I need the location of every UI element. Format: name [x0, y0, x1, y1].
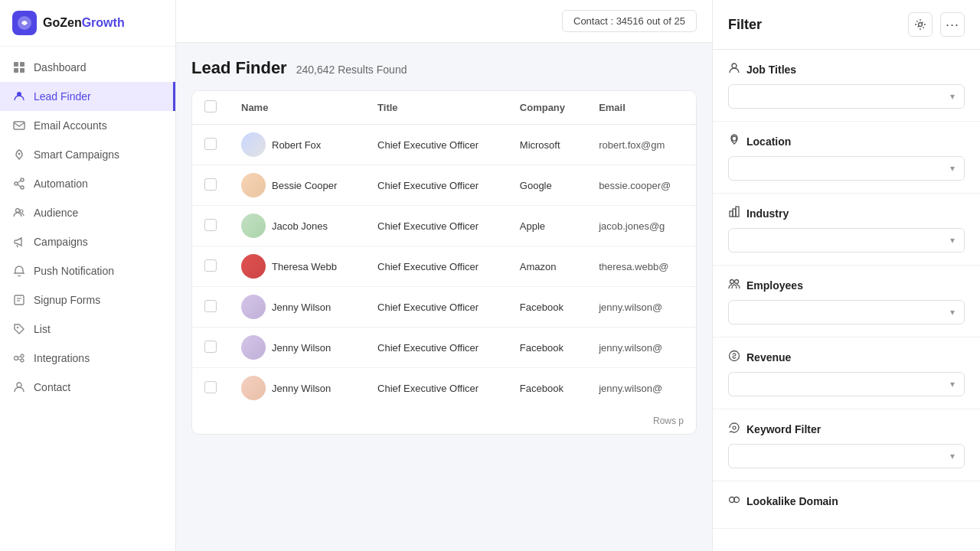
sidebar-item-list[interactable]: List: [0, 315, 175, 344]
avatar: [241, 214, 266, 238]
svg-rect-13: [15, 295, 24, 305]
filter-section-lookalike-header: Lookalike Domain: [728, 494, 965, 508]
select-all-header[interactable]: [192, 91, 229, 125]
row-email: robert.fox@gm: [586, 125, 696, 165]
filter-section-employees-label: Employees: [746, 279, 803, 292]
megaphone-icon: [12, 235, 26, 249]
svg-point-17: [15, 357, 18, 360]
table-row: Jacob Jones Chief Executive Officer Appl…: [192, 206, 696, 246]
sidebar-item-integrations[interactable]: Integrations: [0, 344, 175, 373]
filter-section-revenue-header: Revenue: [728, 350, 965, 364]
row-checkbox[interactable]: [204, 138, 217, 150]
row-checkbox-cell[interactable]: [192, 165, 229, 206]
svg-point-16: [17, 327, 18, 328]
location-dropdown[interactable]: ▾: [728, 156, 965, 181]
filter-section-industry-header: Industry: [728, 206, 965, 220]
revenue-dropdown[interactable]: ▾: [728, 372, 965, 396]
logo-area: GoZenGrowth: [0, 0, 175, 47]
row-email: jenny.wilson@: [586, 287, 696, 328]
name-label: Bessie Cooper: [272, 180, 337, 191]
row-name: Jacob Jones: [229, 206, 365, 246]
svg-point-23: [919, 23, 923, 27]
svg-point-24: [732, 64, 737, 68]
row-checkbox-cell[interactable]: [192, 287, 229, 328]
filter-more-button[interactable]: ···: [940, 12, 965, 37]
sidebar-item-signup-forms[interactable]: Signup Forms: [0, 285, 175, 315]
sidebar-item-lead-finder[interactable]: Lead Finder: [0, 82, 175, 111]
content-area: Lead Finder 240,642 Results Found Name T…: [176, 43, 712, 551]
filter-panel: Filter ··· Job Titles ▾ Location: [712, 0, 980, 551]
filter-section-location-label: Location: [746, 135, 791, 148]
sidebar-item-lead-finder-label: Lead Finder: [34, 90, 91, 103]
keyword-dropdown[interactable]: ▾: [728, 444, 965, 468]
share-icon: [12, 177, 26, 191]
filter-gear-button[interactable]: [908, 12, 933, 37]
svg-point-8: [21, 178, 24, 181]
page-header: Lead Finder 240,642 Results Found: [191, 58, 697, 78]
row-email: jenny.wilson@: [586, 328, 696, 368]
sidebar-item-dashboard[interactable]: Dashboard: [0, 53, 175, 82]
row-checkbox-cell[interactable]: [192, 368, 229, 409]
row-name: Jenny Wilson: [229, 328, 365, 368]
table-row: Theresa Webb Chief Executive Officer Ama…: [192, 246, 696, 287]
row-company: Apple: [508, 206, 586, 246]
row-company: Microsoft: [508, 125, 586, 165]
name-label: Theresa Webb: [272, 261, 337, 272]
rocket-icon: [12, 148, 26, 161]
employees-dropdown[interactable]: ▾: [728, 300, 965, 324]
svg-rect-28: [736, 207, 739, 217]
row-title: Chief Executive Officer: [365, 287, 508, 328]
sidebar-item-contact[interactable]: Contact: [0, 373, 175, 402]
bell-icon: [12, 264, 26, 278]
chevron-down-icon: ▾: [950, 235, 955, 246]
table-row: Bessie Cooper Chief Executive Officer Go…: [192, 165, 696, 206]
svg-line-21: [18, 359, 21, 360]
svg-rect-1: [14, 62, 18, 67]
email-icon: [12, 119, 26, 132]
name-label: Jenny Wilson: [272, 302, 331, 313]
industry-dropdown[interactable]: ▾: [728, 228, 965, 253]
row-checkbox-cell[interactable]: [192, 206, 229, 246]
sidebar-item-smart-campaigns-label: Smart Campaigns: [34, 148, 119, 161]
row-title: Chief Executive Officer: [365, 165, 508, 206]
sidebar-item-campaigns[interactable]: Campaigns: [0, 227, 175, 256]
sidebar-item-smart-campaigns[interactable]: Smart Campaigns: [0, 140, 175, 169]
row-checkbox-cell[interactable]: [192, 328, 229, 368]
row-checkbox[interactable]: [204, 341, 217, 353]
filter-section-location: Location ▾: [713, 122, 980, 194]
grid-icon: [12, 60, 26, 74]
row-company: Facebook: [508, 328, 586, 368]
name-label: Jacob Jones: [272, 220, 328, 232]
chevron-down-icon: ▾: [950, 379, 955, 390]
lookalike-icon: [728, 494, 740, 508]
row-checkbox[interactable]: [204, 219, 217, 231]
avatar: [241, 335, 266, 360]
sidebar-item-push-notification[interactable]: Push Notification: [0, 256, 175, 285]
sidebar-item-automation[interactable]: Automation: [0, 169, 175, 198]
sidebar-item-audience[interactable]: Audience: [0, 198, 175, 227]
chevron-down-icon: ▾: [950, 163, 955, 174]
row-checkbox[interactable]: [204, 178, 217, 191]
job-titles-icon: [728, 62, 740, 77]
svg-line-20: [18, 357, 21, 357]
sidebar-item-email-accounts-label: Email Accounts: [34, 119, 107, 132]
row-company: Facebook: [508, 368, 586, 409]
sidebar-item-push-notification-label: Push Notification: [34, 265, 114, 277]
row-title: Chief Executive Officer: [365, 125, 508, 165]
select-all-checkbox[interactable]: [204, 100, 217, 112]
leads-table-container: Name Title Company Email Robert Fox Chie…: [191, 90, 697, 435]
sidebar-item-email-accounts[interactable]: Email Accounts: [0, 111, 175, 140]
job-titles-dropdown[interactable]: ▾: [728, 84, 965, 109]
col-company: Company: [508, 91, 586, 125]
row-checkbox-cell[interactable]: [192, 246, 229, 287]
sidebar-item-audience-label: Audience: [34, 207, 78, 219]
row-email: jenny.wilson@: [586, 368, 696, 409]
svg-point-10: [21, 186, 24, 189]
filter-section-revenue: Revenue ▾: [713, 337, 980, 409]
row-checkbox[interactable]: [204, 300, 217, 312]
row-checkbox-cell[interactable]: [192, 125, 229, 165]
row-checkbox[interactable]: [204, 381, 217, 393]
location-icon: [728, 134, 740, 148]
row-checkbox[interactable]: [204, 259, 217, 272]
svg-point-25: [732, 136, 737, 141]
